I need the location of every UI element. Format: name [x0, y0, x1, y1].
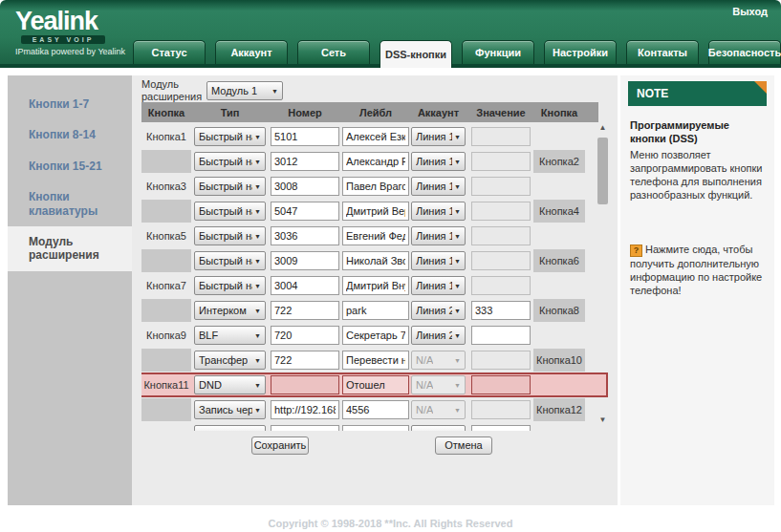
- label-input[interactable]: [342, 226, 409, 245]
- number-input[interactable]: [271, 127, 339, 146]
- number-input[interactable]: [271, 251, 339, 270]
- label-input[interactable]: [342, 326, 409, 345]
- type-dropdown[interactable]: Запись чере ▼: [194, 400, 266, 419]
- account-dropdown[interactable]: Линия 2 ▼: [411, 326, 466, 345]
- sidebar-item[interactable]: Кнопки 15-21: [8, 151, 132, 181]
- value-input[interactable]: [471, 326, 531, 345]
- number-input[interactable]: [271, 425, 339, 431]
- type-dropdown[interactable]: Интерком ▼: [194, 301, 266, 320]
- value-input[interactable]: [471, 127, 531, 146]
- type-dropdown[interactable]: BLF ▼: [194, 326, 266, 345]
- value-input[interactable]: [471, 351, 531, 370]
- label-input[interactable]: [342, 202, 409, 221]
- number-input[interactable]: [271, 301, 339, 320]
- table-row: Кнопка7 Быстрый наб ▼ Линия 1 ▼: [141, 274, 585, 297]
- chevron-down-icon: ▼: [254, 283, 261, 289]
- chevron-down-icon: ▼: [254, 134, 261, 140]
- type-dropdown[interactable]: Быстрый наб ▼: [194, 177, 266, 196]
- account-dropdown-value: Линия 2: [416, 305, 452, 316]
- copyright-text: Copyright © 1998-2018 **Inc. All Rights …: [269, 518, 513, 529]
- tab-Контакты[interactable]: Контакты: [626, 40, 699, 64]
- account-dropdown[interactable]: Линия 1 ▼: [411, 226, 466, 245]
- value-input[interactable]: [471, 202, 531, 221]
- account-dropdown-value: Линия 1: [416, 131, 452, 142]
- sidebar-item[interactable]: Кнопки 8-14: [8, 119, 132, 150]
- value-input[interactable]: [471, 226, 531, 245]
- tab-Аккаунт[interactable]: Аккаунт: [215, 40, 288, 64]
- scrollbar-thumb[interactable]: [597, 138, 608, 204]
- account-dropdown[interactable]: Линия 1 ▼: [411, 276, 466, 295]
- value-input[interactable]: [471, 375, 531, 394]
- number-input[interactable]: [271, 326, 339, 345]
- tab-Статус[interactable]: Статус: [133, 40, 206, 64]
- tab-Сеть[interactable]: Сеть: [297, 40, 370, 64]
- column-header: Аккаунт: [411, 107, 466, 118]
- account-dropdown[interactable]: Линия 2 ▼: [411, 301, 466, 320]
- number-input[interactable]: [271, 400, 339, 419]
- value-input[interactable]: [471, 301, 531, 320]
- account-dropdown[interactable]: ▼: [411, 425, 466, 431]
- value-input[interactable]: [471, 251, 531, 270]
- label-input[interactable]: [342, 400, 409, 419]
- account-dropdown[interactable]: N/A ▼: [411, 400, 466, 419]
- tab-Безопасность[interactable]: Безопасность: [708, 40, 781, 64]
- sidebar-item[interactable]: Кнопки клавиатуры: [8, 181, 132, 226]
- account-dropdown[interactable]: Линия 1 ▼: [411, 251, 466, 270]
- number-input[interactable]: [271, 177, 339, 196]
- label-input[interactable]: [342, 276, 409, 295]
- type-dropdown[interactable]: Быстрый наб ▼: [194, 251, 266, 270]
- label-input[interactable]: [342, 251, 409, 270]
- value-input[interactable]: [471, 276, 531, 295]
- button-label-left: [141, 299, 191, 322]
- value-input[interactable]: [471, 152, 531, 171]
- type-dropdown[interactable]: Быстрый наб ▼: [194, 152, 266, 171]
- scroll-up-arrow[interactable]: ▲: [597, 122, 609, 134]
- label-input[interactable]: [342, 301, 409, 320]
- scroll-down-arrow[interactable]: ▼: [597, 415, 609, 426]
- note-help-link[interactable]: ?Нажмите сюда, чтобы получить дополнител…: [630, 243, 765, 298]
- type-dropdown[interactable]: Быстрый наб ▼: [194, 127, 266, 146]
- label-input[interactable]: [342, 425, 409, 431]
- label-input[interactable]: [342, 152, 409, 171]
- logout-link[interactable]: Выход: [732, 6, 768, 17]
- account-dropdown[interactable]: Линия 1 ▼: [411, 127, 466, 146]
- question-mark-icon: ?: [630, 245, 642, 257]
- value-input[interactable]: [471, 425, 531, 431]
- number-input[interactable]: [271, 202, 339, 221]
- value-input[interactable]: [471, 177, 531, 196]
- account-dropdown-value: Линия 1: [416, 230, 452, 242]
- number-input[interactable]: [271, 152, 339, 171]
- account-dropdown-value: Линия 1: [416, 156, 452, 167]
- type-dropdown[interactable]: Трансфер ▼: [194, 351, 266, 370]
- scrollbar[interactable]: ▲ ▼: [597, 122, 609, 426]
- label-input[interactable]: [342, 127, 409, 146]
- account-dropdown[interactable]: Линия 1 ▼: [411, 177, 466, 196]
- type-dropdown[interactable]: Быстрый наб ▼: [194, 202, 266, 221]
- value-input[interactable]: [471, 400, 531, 419]
- type-dropdown[interactable]: Быстрый наб ▼: [194, 226, 266, 245]
- number-input[interactable]: [271, 226, 339, 245]
- save-button[interactable]: Сохранить: [251, 436, 309, 455]
- tab-DSS-кнопки[interactable]: DSS-кнопки: [380, 40, 452, 68]
- label-input[interactable]: [342, 351, 409, 370]
- tab-Настройки[interactable]: Настройки: [544, 40, 617, 64]
- account-dropdown-value: N/A: [416, 379, 433, 391]
- cancel-button[interactable]: Отмена: [435, 436, 492, 455]
- type-dropdown[interactable]: ▼: [194, 425, 266, 431]
- type-dropdown[interactable]: Быстрый наб ▼: [194, 276, 266, 295]
- account-dropdown[interactable]: N/A ▼: [411, 375, 466, 394]
- number-input[interactable]: [271, 276, 339, 295]
- account-dropdown[interactable]: Линия 1 ▼: [411, 202, 466, 221]
- label-input[interactable]: [342, 177, 409, 196]
- account-dropdown[interactable]: N/A ▼: [411, 351, 466, 370]
- tab-Функции[interactable]: Функции: [462, 40, 534, 64]
- sidebar-item[interactable]: Кнопки 1-7: [8, 89, 132, 119]
- label-input[interactable]: [342, 375, 409, 394]
- button-label-right: [533, 175, 585, 198]
- number-input[interactable]: [271, 375, 339, 394]
- number-input[interactable]: [271, 351, 339, 370]
- sidebar-item[interactable]: Модуль расширения: [8, 226, 132, 271]
- type-dropdown[interactable]: DND ▼: [194, 375, 266, 394]
- module-select[interactable]: Модуль 1 ▼: [206, 81, 283, 100]
- account-dropdown[interactable]: Линия 1 ▼: [411, 152, 466, 171]
